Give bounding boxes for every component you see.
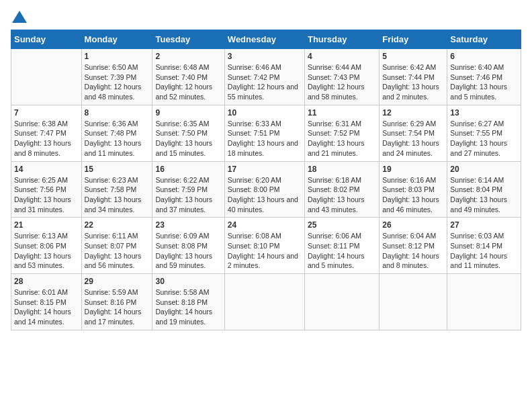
calendar-cell: 2 Sunrise: 6:48 AMSunset: 7:40 PMDayligh… [152,49,224,105]
day-number: 23 [155,220,221,230]
day-detail: Sunrise: 6:06 AMSunset: 8:11 PMDaylight:… [308,231,376,271]
day-number: 6 [450,52,518,61]
day-detail: Sunrise: 6:27 AMSunset: 7:55 PMDaylight:… [450,119,518,158]
day-detail: Sunrise: 6:11 AMSunset: 8:07 PMDaylight:… [85,231,150,271]
calendar-week-2: 7 Sunrise: 6:38 AMSunset: 7:47 PMDayligh… [11,105,521,161]
day-number: 18 [308,165,376,174]
day-number: 9 [155,108,221,118]
calendar-header: SundayMondayTuesdayWednesdayThursdayFrid… [11,30,521,49]
day-number: 1 [85,52,150,61]
calendar-cell [447,274,521,330]
day-number: 16 [155,165,221,174]
calendar-cell: 14 Sunrise: 6:25 AMSunset: 7:56 PMDaylig… [11,161,82,218]
calendar-table: SundayMondayTuesdayWednesdayThursdayFrid… [11,30,521,330]
calendar-cell: 25 Sunrise: 6:06 AMSunset: 8:11 PMDaylig… [304,218,379,274]
logo-icon [12,11,27,23]
day-detail: Sunrise: 6:18 AMSunset: 8:02 PMDaylight:… [308,175,376,215]
calendar-cell: 15 Sunrise: 6:23 AMSunset: 7:58 PMDaylig… [81,161,152,218]
day-detail: Sunrise: 6:38 AMSunset: 7:47 PMDaylight:… [14,119,79,158]
calendar-cell: 1 Sunrise: 6:50 AMSunset: 7:39 PMDayligh… [81,49,152,105]
day-detail: Sunrise: 5:58 AMSunset: 8:18 PMDaylight:… [155,287,221,327]
day-number: 29 [85,277,150,286]
calendar-week-1: 1 Sunrise: 6:50 AMSunset: 7:39 PMDayligh… [11,49,521,105]
day-number: 27 [450,220,518,230]
day-detail: Sunrise: 6:13 AMSunset: 8:06 PMDaylight:… [14,231,79,271]
calendar-cell [304,274,379,330]
day-number: 13 [450,108,518,118]
day-number: 24 [228,220,302,230]
calendar-cell: 4 Sunrise: 6:44 AMSunset: 7:43 PMDayligh… [304,49,379,105]
calendar-cell: 5 Sunrise: 6:42 AMSunset: 7:44 PMDayligh… [380,49,447,105]
calendar-cell: 6 Sunrise: 6:40 AMSunset: 7:46 PMDayligh… [447,49,521,105]
calendar-week-3: 14 Sunrise: 6:25 AMSunset: 7:56 PMDaylig… [11,161,521,218]
calendar-cell: 7 Sunrise: 6:38 AMSunset: 7:47 PMDayligh… [11,105,82,161]
weekday-header-saturday: Saturday [447,30,521,49]
day-detail: Sunrise: 6:50 AMSunset: 7:39 PMDaylight:… [85,62,150,102]
day-number: 26 [382,220,444,230]
day-number: 8 [85,108,150,118]
day-detail: Sunrise: 5:59 AMSunset: 8:16 PMDaylight:… [85,287,150,327]
calendar-cell: 16 Sunrise: 6:22 AMSunset: 7:59 PMDaylig… [152,161,224,218]
day-detail: Sunrise: 6:31 AMSunset: 7:52 PMDaylight:… [308,119,376,158]
day-number: 21 [14,220,79,230]
calendar-cell: 28 Sunrise: 6:01 AMSunset: 8:15 PMDaylig… [11,274,82,330]
day-number: 14 [14,165,79,174]
logo [11,11,27,23]
day-detail: Sunrise: 6:42 AMSunset: 7:44 PMDaylight:… [382,62,444,102]
day-detail: Sunrise: 6:33 AMSunset: 7:51 PMDaylight:… [228,119,302,158]
day-detail: Sunrise: 6:16 AMSunset: 8:03 PMDaylight:… [382,175,444,215]
day-detail: Sunrise: 6:40 AMSunset: 7:46 PMDaylight:… [450,62,518,102]
day-number: 5 [382,52,444,61]
calendar-week-5: 28 Sunrise: 6:01 AMSunset: 8:15 PMDaylig… [11,274,521,330]
day-number: 22 [85,220,150,230]
calendar-week-4: 21 Sunrise: 6:13 AMSunset: 8:06 PMDaylig… [11,218,521,274]
weekday-header-monday: Monday [81,30,152,49]
weekday-header-sunday: Sunday [11,30,82,49]
day-detail: Sunrise: 6:09 AMSunset: 8:08 PMDaylight:… [155,231,221,271]
day-detail: Sunrise: 6:03 AMSunset: 8:14 PMDaylight:… [450,231,518,271]
calendar-cell: 19 Sunrise: 6:16 AMSunset: 8:03 PMDaylig… [380,161,447,218]
day-number: 7 [14,108,79,118]
day-number: 4 [308,52,376,61]
day-number: 3 [228,52,302,61]
calendar-cell: 21 Sunrise: 6:13 AMSunset: 8:06 PMDaylig… [11,218,82,274]
day-number: 15 [85,165,150,174]
calendar-cell: 11 Sunrise: 6:31 AMSunset: 7:52 PMDaylig… [304,105,379,161]
day-detail: Sunrise: 6:25 AMSunset: 7:56 PMDaylight:… [14,175,79,215]
day-number: 30 [155,277,221,286]
day-detail: Sunrise: 6:44 AMSunset: 7:43 PMDaylight:… [308,62,376,102]
day-number: 17 [228,165,302,174]
calendar-cell: 12 Sunrise: 6:29 AMSunset: 7:54 PMDaylig… [380,105,447,161]
calendar-cell: 8 Sunrise: 6:36 AMSunset: 7:48 PMDayligh… [81,105,152,161]
svg-marker-0 [12,11,27,23]
day-number: 2 [155,52,221,61]
weekday-header-friday: Friday [380,30,447,49]
day-number: 19 [382,165,444,174]
calendar-cell: 20 Sunrise: 6:14 AMSunset: 8:04 PMDaylig… [447,161,521,218]
day-number: 12 [382,108,444,118]
calendar-cell [224,274,304,330]
calendar-cell: 30 Sunrise: 5:58 AMSunset: 8:18 PMDaylig… [152,274,224,330]
weekday-row: SundayMondayTuesdayWednesdayThursdayFrid… [11,30,521,49]
calendar-cell: 29 Sunrise: 5:59 AMSunset: 8:16 PMDaylig… [81,274,152,330]
calendar-cell: 3 Sunrise: 6:46 AMSunset: 7:42 PMDayligh… [224,49,304,105]
day-detail: Sunrise: 6:35 AMSunset: 7:50 PMDaylight:… [155,119,221,158]
calendar-cell: 17 Sunrise: 6:20 AMSunset: 8:00 PMDaylig… [224,161,304,218]
weekday-header-tuesday: Tuesday [152,30,224,49]
calendar-cell [11,49,82,105]
page-header [11,11,521,23]
day-number: 28 [14,277,79,286]
day-detail: Sunrise: 6:20 AMSunset: 8:00 PMDaylight:… [228,175,302,215]
calendar-cell: 22 Sunrise: 6:11 AMSunset: 8:07 PMDaylig… [81,218,152,274]
day-detail: Sunrise: 6:22 AMSunset: 7:59 PMDaylight:… [155,175,221,215]
day-number: 25 [308,220,376,230]
day-number: 10 [228,108,302,118]
day-detail: Sunrise: 6:01 AMSunset: 8:15 PMDaylight:… [14,287,79,327]
day-detail: Sunrise: 6:04 AMSunset: 8:12 PMDaylight:… [382,231,444,271]
calendar-body: 1 Sunrise: 6:50 AMSunset: 7:39 PMDayligh… [11,49,521,330]
day-detail: Sunrise: 6:14 AMSunset: 8:04 PMDaylight:… [450,175,518,215]
calendar-cell: 9 Sunrise: 6:35 AMSunset: 7:50 PMDayligh… [152,105,224,161]
calendar-cell: 13 Sunrise: 6:27 AMSunset: 7:55 PMDaylig… [447,105,521,161]
day-detail: Sunrise: 6:23 AMSunset: 7:58 PMDaylight:… [85,175,150,215]
calendar-cell: 18 Sunrise: 6:18 AMSunset: 8:02 PMDaylig… [304,161,379,218]
